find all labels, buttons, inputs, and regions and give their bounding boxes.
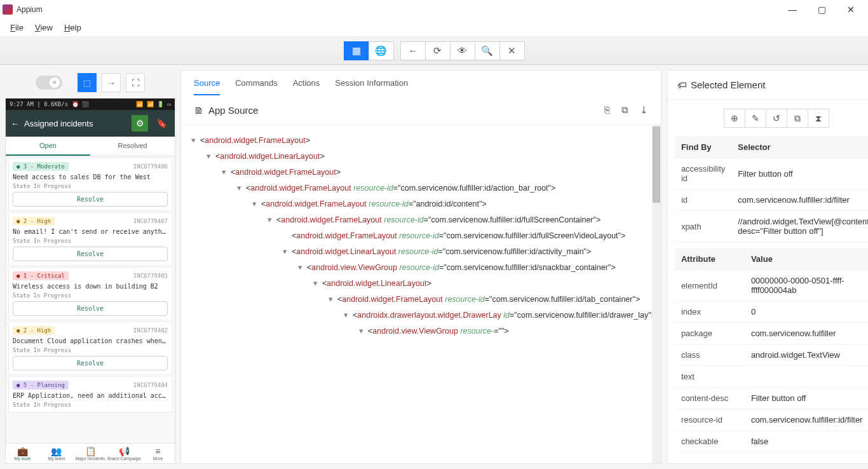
incident-card[interactable]: ● 2 - HighINC0779407No email! I can't se… (8, 212, 172, 266)
tree-node[interactable]: ▾<android.widget.FrameLayout resource-id… (186, 292, 656, 308)
phone-tabs: Open Resolved (6, 137, 175, 156)
table-row[interactable]: resource-idcom.servicenow.fulfiller:id/f… (675, 409, 868, 431)
incident-card[interactable]: ● 3 - ModerateINC0779406Need access to s… (8, 158, 172, 211)
incident-card[interactable]: ● 5 - PlanningINC0779404ERP Application,… (8, 376, 172, 412)
source-pane: Source Commands Actions Session Informat… (175, 65, 667, 469)
status-left: 9:27 AM | 0.6KB/s ⏰ ⬛ (10, 101, 89, 107)
source-tree[interactable]: ▾<android.widget.FrameLayout>▾<android.w… (181, 125, 661, 463)
device-screenshot[interactable]: 9:27 AM | 0.6KB/s ⏰ ⬛ 📶 📶 🔋 ▭ ← Assigned… (5, 98, 175, 464)
tab-open[interactable]: Open (6, 137, 90, 156)
tab-commands[interactable]: Commands (235, 78, 277, 95)
copy-xml-button[interactable]: ⎘ (604, 104, 610, 116)
incident-card[interactable]: ● 2 - HighINC0779402Document Cloud appli… (8, 322, 172, 375)
window-controls: ― ▢ ✕ (778, 0, 865, 19)
incident-list[interactable]: ● 3 - ModerateINC0779406Need access to s… (6, 156, 175, 443)
bottom-nav-item[interactable]: 📢Brand Campaign (107, 444, 141, 463)
device-pane: ⬚ → ⛶ 9:27 AM | 0.6KB/s ⏰ ⬛ 📶 📶 🔋 ▭ ← As… (0, 65, 175, 469)
app-source-title: 🗎App Source (194, 105, 258, 116)
close-session-button[interactable]: ✕ (499, 41, 525, 60)
tree-node[interactable]: ▾<android.widget.FrameLayout> (186, 165, 656, 180)
bottom-nav-item[interactable]: 💼My work (6, 444, 39, 463)
maximize-button[interactable]: ▢ (807, 0, 836, 19)
filter-icon[interactable]: ⚙ (132, 115, 148, 132)
timing-button[interactable]: ⧗ (808, 109, 829, 128)
phone-header: ← Assigned incidents ⚙ 🔖 (6, 110, 175, 137)
download-button[interactable]: ⤓ (640, 104, 648, 116)
inspector-tabs: Source Commands Actions Session Informat… (181, 71, 661, 95)
tree-node[interactable]: ▾<android.view.ViewGroup resource-id="co… (186, 260, 656, 276)
tree-scrollbar[interactable] (652, 125, 661, 463)
tab-source[interactable]: Source (194, 78, 220, 95)
bottom-nav-item[interactable]: 📋Major incidents (73, 444, 107, 463)
table-row[interactable]: text (675, 366, 868, 388)
eye-button[interactable]: 👁 (450, 41, 475, 60)
table-row[interactable]: content-descFilter button off (675, 388, 868, 409)
tab-resolved[interactable]: Resolved (90, 137, 175, 156)
attribute-header: Attribute (675, 248, 745, 270)
selector-header: Selector (731, 137, 868, 158)
resolve-button[interactable]: Resolve (13, 247, 168, 261)
bottom-nav-item[interactable]: ≡More (141, 444, 175, 463)
selected-element-pane: 🏷Selected Element ⊕ ✎ ↺ ⧉ ⧗ Find By Sele… (667, 65, 868, 469)
status-right: 📶 📶 🔋 ▭ (136, 101, 171, 107)
back-icon[interactable]: ← (11, 119, 19, 128)
table-row[interactable]: xpath//android.widget.TextView[@content-… (675, 211, 868, 242)
menu-help[interactable]: Help (59, 20, 86, 35)
resolve-button[interactable]: Resolve (13, 301, 168, 316)
close-button[interactable]: ✕ (836, 0, 865, 19)
phone-bottom-nav: 💼My work👥My team📋Major incidents📢Brand C… (6, 443, 175, 463)
tree-node[interactable]: ▾<android.widget.FrameLayout> (186, 133, 656, 149)
tree-node[interactable]: ▾<androidx.drawerlayout.widget.DrawerLay… (186, 308, 656, 323)
tree-node[interactable]: <android.widget.FrameLayout resource-id=… (186, 228, 656, 244)
minimize-button[interactable]: ― (778, 0, 807, 19)
menu-file[interactable]: File (5, 20, 29, 35)
tree-node[interactable]: ▾<android.widget.FrameLayout resource-id… (186, 196, 656, 212)
clear-button[interactable]: ↺ (766, 109, 787, 128)
findby-table: Find By Selector accessibility idFilter … (675, 137, 868, 242)
resolve-button[interactable]: Resolve (13, 356, 168, 370)
table-row[interactable]: checkablefalse (675, 431, 868, 452)
phone-header-title: Assigned incidents (24, 119, 126, 128)
swipe-button[interactable]: → (102, 73, 121, 92)
tab-session-info[interactable]: Session Information (335, 78, 408, 95)
tree-node[interactable]: ▾<android.widget.FrameLayout resource-id… (186, 180, 656, 196)
back-button[interactable]: ← (400, 41, 426, 60)
copy-attrs-button[interactable]: ⧉ (787, 109, 808, 128)
incident-card[interactable]: ● 1 - CriticalINC0779405Wireless access … (8, 267, 172, 320)
table-row[interactable]: idcom.servicenow.fulfiller:id/filter (675, 189, 868, 211)
document-icon: 🗎 (194, 105, 203, 116)
tab-actions[interactable]: Actions (293, 78, 320, 95)
copy-button[interactable]: ⧉ (621, 104, 628, 116)
tree-node[interactable]: ▾<android.view.ViewGroup resource-=""> (186, 323, 656, 339)
top-toolbar: ▦ 🌐 ← ⟳ 👁 🔍 ✕ (0, 37, 868, 65)
tag-icon: 🏷 (677, 79, 687, 90)
menu-view[interactable]: View (30, 20, 58, 35)
table-row[interactable]: classandroid.widget.TextView (675, 344, 868, 366)
table-row[interactable]: packagecom.servicenow.fulfiller (675, 323, 868, 344)
tree-node[interactable]: ▾<android.widget.LinearLayout resource-i… (186, 244, 656, 260)
refresh-button[interactable]: ⟳ (425, 41, 451, 60)
resolve-button[interactable]: Resolve (13, 192, 168, 207)
expand-button[interactable]: ⛶ (126, 73, 145, 92)
tree-node[interactable]: ▾<android.widget.FrameLayout resource-id… (186, 212, 656, 228)
tap-button[interactable]: ⊕ (724, 109, 745, 128)
tree-node[interactable]: ▾<android.widget.LinearLayout> (186, 276, 656, 292)
window-titlebar: Appium ― ▢ ✕ (0, 0, 868, 19)
bookmark-icon[interactable]: 🔖 (153, 115, 170, 132)
selected-element-title: Selected Element (691, 79, 766, 90)
search-button[interactable]: 🔍 (475, 41, 500, 60)
tree-scroll-thumb[interactable] (653, 126, 660, 203)
element-toolbar: ⊕ ✎ ↺ ⧉ ⧗ (667, 100, 868, 137)
bottom-nav-item[interactable]: 👥My team (39, 444, 73, 463)
table-row[interactable]: index0 (675, 301, 868, 323)
select-element-button[interactable]: ⬚ (78, 73, 97, 92)
tree-node[interactable]: ▾<android.widget.LinearLayout> (186, 149, 656, 165)
attributes-table: Attribute Value elementId00000000-0000-0… (675, 248, 868, 452)
phone-statusbar: 9:27 AM | 0.6KB/s ⏰ ⬛ 📶 📶 🔋 ▭ (6, 99, 175, 110)
web-mode-button[interactable]: 🌐 (369, 41, 394, 60)
native-mode-button[interactable]: ▦ (344, 41, 369, 60)
table-row[interactable]: accessibility idFilter button off (675, 158, 868, 189)
record-toggle[interactable] (36, 76, 62, 90)
table-row[interactable]: elementId00000000-0000-0501-ffff-ffff000… (675, 270, 868, 301)
send-keys-button[interactable]: ✎ (745, 109, 766, 128)
